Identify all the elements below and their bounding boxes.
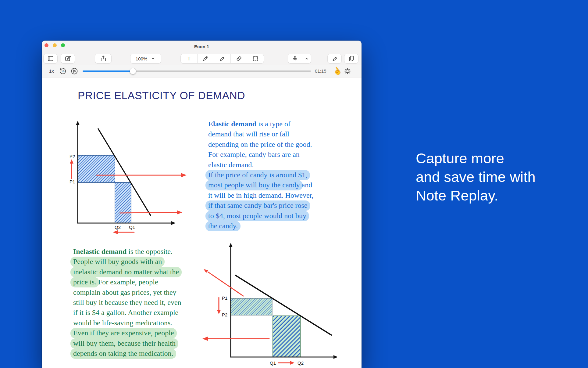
chevron-up-icon xyxy=(304,56,309,61)
window-title: Econ 1 xyxy=(42,41,362,52)
note-line: demand that will rise or fall xyxy=(208,129,314,139)
tagline-line: Capture more xyxy=(416,149,536,168)
share-icon xyxy=(100,55,107,62)
note-line: will buy them, because their health xyxy=(73,338,181,348)
note-line: If the price of candy is around $1, xyxy=(208,170,314,180)
compose-icon xyxy=(64,55,72,62)
tagline: Capture more and save time with Note Rep… xyxy=(416,149,536,205)
pointing-hand-icon: ☝ xyxy=(331,65,344,77)
microphone-icon xyxy=(291,55,299,62)
record-audio-group xyxy=(288,54,311,63)
pages-button[interactable] xyxy=(344,54,358,63)
note-line: Even if they are expensive, people xyxy=(73,328,181,338)
note-line: Elastic demand is a type of xyxy=(208,119,314,129)
new-note-button[interactable] xyxy=(61,54,75,63)
sidebar-toggle-button[interactable] xyxy=(44,54,57,63)
highlighter-icon xyxy=(219,55,226,62)
pages-icon xyxy=(348,55,355,62)
axis-label: Q1 xyxy=(129,225,135,230)
note-page: PRICE ELASTICITY OF DEMAND xyxy=(42,78,362,368)
note-line: price is. For example, people xyxy=(73,277,181,287)
playback-slider[interactable] xyxy=(83,70,311,72)
note-line: would be life-saving medications. xyxy=(73,318,181,328)
y-axis-arrowhead xyxy=(76,121,80,125)
note-line: For example, candy bars are an xyxy=(208,150,314,160)
tool-group: T xyxy=(181,54,264,63)
note-line: still buy it because they need it, even xyxy=(73,298,181,308)
playback-speed[interactable]: 1x xyxy=(49,65,54,77)
tagline-line: and save time with xyxy=(416,168,536,186)
zoom-level-value: 100% xyxy=(136,56,147,61)
axis-label: Q2 xyxy=(115,225,121,230)
note-line: People will buy goods with an xyxy=(73,257,181,267)
playback-time: 01:15 xyxy=(315,65,328,77)
note-line: to $4, most people would not buy xyxy=(208,211,314,221)
toolbar: 100% T xyxy=(42,52,362,65)
note-line: inelastic demand no matter what the xyxy=(73,267,181,277)
tagline-line: Note Replay. xyxy=(416,186,536,205)
axis-label: P1 xyxy=(69,179,75,184)
chevron-down-icon xyxy=(150,56,156,61)
x-axis-arrowhead xyxy=(333,355,338,359)
gear-icon xyxy=(345,68,350,74)
text-tool-icon: T xyxy=(185,55,193,62)
pen-style-button[interactable] xyxy=(328,54,341,63)
note-line: Inelastic demand is the opposite. xyxy=(73,247,181,257)
eraser-icon xyxy=(235,55,243,62)
playback-progress xyxy=(83,70,133,72)
elastic-demand-graph: P2 P1 Q2 Q1 xyxy=(67,119,195,240)
axis-label: Q2 xyxy=(298,360,304,366)
note-replay-playbar: 1x 10 01:15 ☝ xyxy=(42,65,362,77)
pen-tool-button[interactable] xyxy=(197,54,214,63)
price-change-area xyxy=(231,298,300,357)
inelastic-demand-graph: P1 P2 Q1 Q2 xyxy=(198,241,347,368)
note-heading: PRICE ELASTICITY OF DEMAND xyxy=(78,89,245,102)
read-only-mode-button[interactable]: ☝ xyxy=(333,67,341,75)
axis-label: P2 xyxy=(69,154,75,159)
window-titlebar: Econ 1 xyxy=(42,41,362,52)
elastic-demand-paragraph: Elastic demand is a type ofdemand that w… xyxy=(208,119,314,231)
inelastic-demand-paragraph: Inelastic demand is the opposite.People … xyxy=(73,247,181,359)
highlighter-tool-button[interactable] xyxy=(214,54,230,63)
app-window: Econ 1 100% xyxy=(42,41,362,368)
note-line: the candy. xyxy=(208,221,314,231)
axis-label: P2 xyxy=(222,312,227,317)
note-line: complain about gas prices, yet they xyxy=(73,287,181,298)
note-line: it will be in high demand. However, xyxy=(208,190,314,200)
note-line: if that same candy bar's price rose xyxy=(208,200,314,211)
audio-options-button[interactable] xyxy=(302,54,311,63)
replay-settings-button[interactable] xyxy=(344,67,351,75)
marker-icon xyxy=(331,55,338,62)
axis-label: Q1 xyxy=(270,360,276,366)
skip-back-10-button[interactable]: 10 xyxy=(59,67,67,75)
x-axis-arrowhead xyxy=(171,221,176,225)
svg-text:10: 10 xyxy=(61,70,64,73)
eraser-tool-button[interactable] xyxy=(230,54,247,63)
y-axis-arrowhead xyxy=(229,243,233,247)
lasso-selection-icon xyxy=(252,55,259,62)
playback-slider-thumb[interactable] xyxy=(130,68,136,74)
pen-icon xyxy=(202,55,209,62)
note-line: most people will buy the candy and xyxy=(208,180,314,190)
share-button[interactable] xyxy=(95,54,111,63)
note-line: elastic demand. xyxy=(208,160,314,170)
svg-text:T: T xyxy=(187,56,191,62)
lasso-tool-button[interactable] xyxy=(247,54,264,63)
note-line: if it is $4 a gallon. Another example xyxy=(73,308,181,318)
zoom-level-dropdown[interactable]: 100% xyxy=(130,54,161,63)
text-tool-button[interactable]: T xyxy=(181,54,197,63)
note-line: depending on the price of the good. xyxy=(208,139,314,150)
note-line: depends on taking the medication. xyxy=(73,348,181,359)
sidebar-icon xyxy=(47,55,54,62)
record-audio-button[interactable] xyxy=(288,54,302,63)
play-button[interactable] xyxy=(70,67,78,75)
axis-label: P1 xyxy=(222,295,227,301)
